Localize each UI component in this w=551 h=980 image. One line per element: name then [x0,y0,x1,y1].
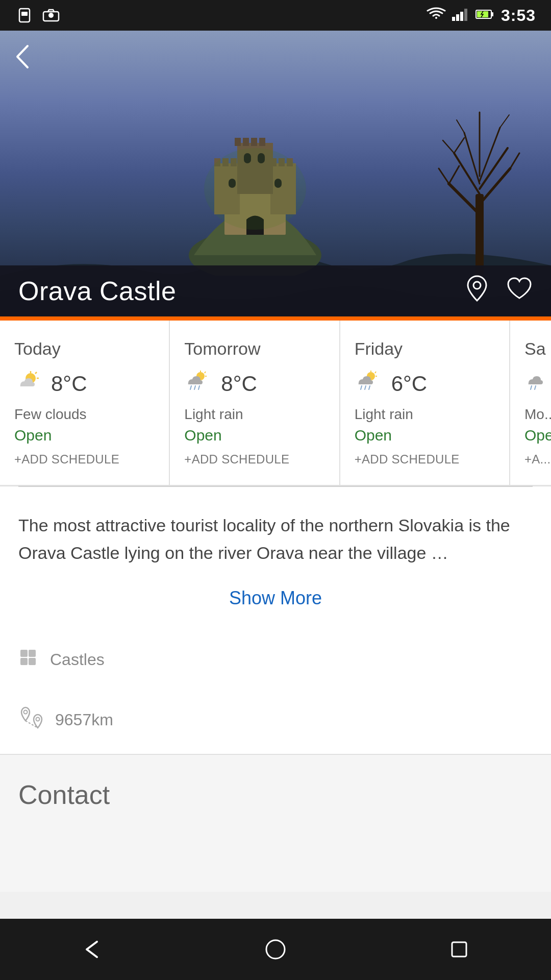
weather-temp-friday: 6°C [391,372,428,396]
category-label: Castles [50,650,105,669]
weather-day-saturday: Sa Mo... Ope... +A... [510,321,551,485]
svg-line-44 [457,120,464,133]
svg-rect-4 [452,17,455,21]
nav-spacer [0,830,551,892]
weather-day-name-today: Today [14,339,155,359]
weather-temp-tomorrow: 8°C [221,372,257,396]
svg-line-40 [449,166,459,184]
weather-status-friday: Open [355,427,495,444]
weather-temp-row-friday: 6°C [355,369,495,398]
weather-day-name-saturday: Sa [524,339,537,359]
weather-desc-friday: Light rain [355,406,495,423]
svg-rect-25 [259,138,265,146]
orange-accent-bar [0,316,551,321]
weather-temp-row-saturday [524,369,537,398]
nav-recent-button[interactable] [439,929,480,970]
svg-line-64 [369,386,370,389]
svg-point-71 [24,710,28,714]
add-schedule-saturday[interactable]: +A... [524,452,537,467]
distance-row: 9657km [0,696,551,754]
category-icon [18,648,38,672]
weather-section: Today 8°C Few clouds Open +ADD SCHEDULE … [0,321,551,486]
svg-line-55 [190,386,191,389]
svg-rect-1 [21,12,28,16]
svg-line-60 [375,372,376,373]
show-more-button[interactable]: Show More [18,583,533,613]
tree-illustration [434,102,525,276]
status-bar: 3:53 [0,0,551,31]
back-button[interactable] [12,43,35,75]
svg-line-65 [531,386,532,389]
svg-rect-31 [475,194,484,276]
weather-day-name-friday: Friday [355,339,495,359]
svg-line-43 [454,138,464,153]
distance-icon [18,704,45,736]
svg-rect-69 [20,658,28,665]
location-pin-icon[interactable] [464,274,490,308]
category-tag: Castles [18,648,533,672]
weather-temp-today: 8°C [51,372,87,396]
place-title: Orava Castle [18,276,176,306]
svg-rect-67 [20,650,28,657]
svg-line-66 [535,386,536,389]
svg-point-74 [266,940,285,959]
weather-icon-friday [355,369,383,398]
weather-day-friday: Friday 6°C Light rain Open +ADD SCHEDULE [340,321,510,485]
signal-icon [452,7,469,24]
svg-line-56 [194,386,195,389]
weather-icon-saturday [524,369,551,398]
svg-line-62 [361,386,362,389]
time-display: 3:53 [501,6,536,25]
title-actions [464,274,533,308]
status-bar-right: 3:53 [427,6,536,25]
svg-rect-23 [243,138,249,146]
add-schedule-tomorrow[interactable]: +ADD SCHEDULE [184,452,324,467]
svg-rect-22 [235,138,241,146]
svg-point-46 [473,282,481,289]
svg-rect-5 [456,14,459,21]
castle-illustration [153,112,357,276]
hero-image: Orava Castle [0,31,551,316]
status-bar-left [15,6,60,24]
weather-temp-row-tomorrow: 8°C [184,369,324,398]
add-schedule-friday[interactable]: +ADD SCHEDULE [355,452,495,467]
svg-line-53 [205,372,206,373]
svg-line-33 [480,168,510,204]
svg-rect-70 [29,658,36,665]
svg-point-72 [36,717,40,721]
description-text: The most attractive tourist locality of … [18,511,533,567]
nav-home-button[interactable] [255,929,296,970]
contact-title: Contact [18,779,533,810]
battery-icon [475,7,495,23]
svg-point-30 [204,148,306,230]
svg-point-2 [48,13,54,18]
tags-section: Castles [0,631,551,696]
svg-line-57 [198,386,199,389]
description-section: The most attractive tourist locality of … [0,487,551,631]
distance-value: 9657km [55,710,113,729]
weather-icon-today [14,369,43,398]
svg-rect-7 [464,9,467,21]
svg-rect-24 [251,138,257,146]
svg-line-36 [464,133,480,184]
weather-temp-row-today: 8°C [14,369,155,398]
svg-line-39 [439,168,449,184]
add-schedule-today[interactable]: +ADD SCHEDULE [14,452,155,467]
weather-desc-today: Few clouds [14,406,155,423]
weather-day-today: Today 8°C Few clouds Open +ADD SCHEDULE [0,321,170,485]
weather-status-today: Open [14,427,155,444]
title-bar: Orava Castle [0,265,551,316]
svg-rect-68 [29,650,36,657]
wifi-icon [427,7,446,24]
weather-day-name-tomorrow: Tomorrow [184,339,324,359]
svg-line-63 [365,386,366,389]
svg-line-41 [510,153,519,168]
weather-status-tomorrow: Open [184,427,324,444]
weather-day-tomorrow: Tomorrow 8°C Light rain Open +ADD SCHEDU… [170,321,340,485]
nav-back-button[interactable] [71,929,112,970]
favorite-icon[interactable] [506,276,533,306]
svg-line-42 [443,140,454,153]
svg-line-45 [500,115,509,128]
svg-rect-75 [452,942,466,957]
weather-status-saturday: Ope... [524,427,537,444]
